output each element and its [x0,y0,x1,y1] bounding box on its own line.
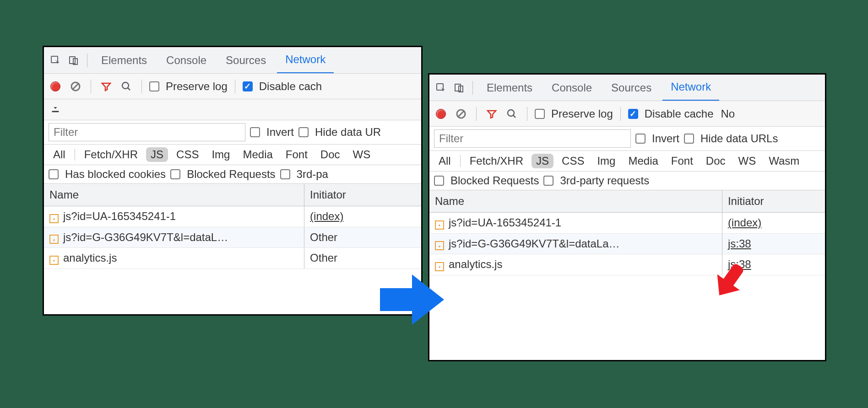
table-row[interactable]: ⬥js?id=G-G36G49KV7T&l=dataL…Other [44,227,421,248]
tab-sources[interactable]: Sources [603,75,660,101]
initiator-cell[interactable]: Other [304,248,421,269]
initiator-cell[interactable]: js:38 [722,233,825,254]
initiator-link[interactable]: js:38 [728,237,751,250]
disable-cache-checkbox[interactable] [243,81,253,91]
request-name-cell[interactable]: ⬥js?id=G-G36G49KV7T&l=dataL… [44,227,304,248]
filter-icon[interactable] [484,106,499,122]
tab-elements[interactable]: Elements [93,47,155,74]
type-wasm[interactable]: Wasm [764,154,804,168]
type-doc[interactable]: Doc [701,154,730,168]
type-ws[interactable]: WS [734,154,761,168]
request-name-cell[interactable]: ⬥js?id=UA-165345241-1 [44,206,304,227]
js-file-icon: ⬥ [49,214,59,223]
record-button[interactable] [48,79,63,94]
col-name[interactable]: Name [429,190,722,213]
type-font[interactable]: Font [281,147,312,162]
type-js[interactable]: JS [532,154,553,168]
type-doc[interactable]: Doc [316,147,345,162]
request-name: analytics.js [63,252,117,264]
network-toolbar: Preserve log Disable cach [44,74,421,99]
type-fetch-xhr[interactable]: Fetch/XHR [80,147,142,162]
third-party-checkbox[interactable] [543,176,553,186]
hide-data-urls-label: Hide data URLs [700,132,778,145]
type-ws[interactable]: WS [348,147,375,162]
initiator-link[interactable]: (index) [728,216,761,229]
tab-console[interactable]: Console [158,47,215,74]
divider [460,155,461,167]
hide-data-urls-checkbox[interactable] [298,127,309,137]
table-row[interactable]: ⬥js?id=G-G36G49KV7T&l=dataLa…js:38 [429,233,825,254]
table-row[interactable]: ⬥analytics.jsOther [44,248,421,269]
blocked-requests-checkbox[interactable] [170,169,180,179]
third-party-label: 3rd-party requests [560,174,649,187]
hide-data-urls-checkbox[interactable] [684,134,694,144]
initiator-cell[interactable]: (index) [722,213,825,234]
clear-icon[interactable] [453,106,469,122]
type-css[interactable]: CSS [172,147,203,162]
table-row[interactable]: ⬥js?id=UA-165345241-1(index) [429,213,825,234]
type-media[interactable]: Media [624,154,662,168]
blocked-requests-checkbox[interactable] [434,176,444,186]
inspect-icon[interactable] [48,53,63,68]
request-name-cell[interactable]: ⬥js?id=UA-165345241-1 [429,213,722,234]
request-name: analytics.js [449,258,502,270]
disable-cache-checkbox[interactable] [628,109,638,119]
table-row[interactable]: ⬥analytics.jsjs:38 [429,254,825,275]
col-initiator[interactable]: Initiator [304,184,421,206]
blocked-cookies-checkbox[interactable] [49,169,59,179]
devtools-panel-left: Elements Console Sources Network Preserv… [43,46,423,316]
request-name-cell[interactable]: ⬥analytics.js [44,248,304,269]
device-toggle-icon[interactable] [66,53,81,68]
filter-input[interactable] [434,129,631,148]
col-initiator[interactable]: Initiator [722,190,825,213]
tab-network[interactable]: Network [277,47,334,74]
third-party-checkbox[interactable] [280,169,290,179]
type-all[interactable]: All [49,147,70,162]
device-toggle-icon[interactable] [451,80,467,96]
table-row[interactable]: ⬥js?id=UA-165345241-1(index) [44,206,421,227]
type-all[interactable]: All [434,154,456,168]
request-name-cell[interactable]: ⬥js?id=G-G36G49KV7T&l=dataLa… [429,233,722,254]
disable-cache-label: Disable cach [259,80,322,93]
type-img[interactable]: Img [592,154,620,168]
invert-checkbox[interactable] [250,127,260,137]
initiator-cell[interactable]: (index) [304,206,421,227]
divider [235,80,235,93]
initiator-link[interactable]: (index) [310,210,343,222]
tab-elements[interactable]: Elements [478,75,541,101]
col-name[interactable]: Name [44,184,304,206]
blocked-cookies-label: Has blocked cookies [65,168,166,181]
request-name-cell[interactable]: ⬥analytics.js [429,254,722,275]
preserve-log-checkbox[interactable] [535,109,545,119]
initiator-cell[interactable]: Other [304,227,421,248]
tab-console[interactable]: Console [543,75,600,101]
tab-network[interactable]: Network [662,75,719,101]
type-fetch-xhr[interactable]: Fetch/XHR [465,154,528,168]
request-name: js?id=G-G36G49KV7T&l=dataL… [63,231,228,243]
devtools-tabbar: Elements Console Sources Network [429,75,825,101]
preserve-log-label: Preserve log [166,80,228,93]
invert-checkbox[interactable] [635,134,646,144]
filter-input[interactable] [49,123,245,141]
inspect-icon[interactable] [433,80,449,96]
filter-icon[interactable] [98,79,114,94]
red-arrow-annotation [705,256,751,302]
network-toolbar: Preserve log Disable cache No [429,101,825,127]
download-har-icon[interactable] [48,101,63,116]
preserve-log-checkbox[interactable] [149,81,159,91]
tab-sources[interactable]: Sources [217,47,274,74]
type-img[interactable]: Img [207,147,234,162]
record-button[interactable] [433,106,449,122]
network-toolbar-row2 [44,99,421,120]
svg-line-6 [128,88,130,90]
type-font[interactable]: Font [667,154,698,168]
clear-icon[interactable] [68,79,83,94]
type-js[interactable]: JS [146,147,168,162]
requests-table: Name Initiator ⬥js?id=UA-165345241-1(ind… [429,190,825,275]
preserve-log-label: Preserve log [551,107,613,120]
search-icon[interactable] [119,79,134,94]
type-media[interactable]: Media [238,147,277,162]
type-css[interactable]: CSS [557,154,589,168]
search-icon[interactable] [504,106,520,122]
extra-filters-row: Has blocked cookies Blocked Requests 3rd… [44,165,421,184]
